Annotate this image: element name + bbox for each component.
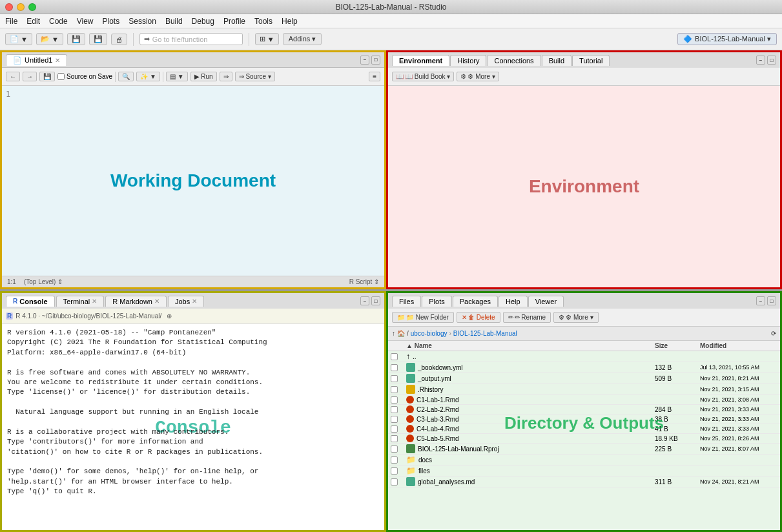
minimize-button[interactable] bbox=[17, 3, 25, 11]
console-content[interactable]: R version 4.1.0 (2021-05-18) -- "Camp Po… bbox=[2, 324, 384, 530]
addins-button[interactable]: Addins ▾ bbox=[283, 33, 322, 45]
row-checkbox[interactable] bbox=[391, 478, 398, 486]
jobs-close-icon[interactable]: ✕ bbox=[192, 298, 197, 305]
file-row-rhistory[interactable]: .Rhistory Nov 21, 2021, 3:15 AM bbox=[388, 384, 780, 395]
row-checkbox[interactable] bbox=[391, 386, 398, 393]
menu-debug[interactable]: Debug bbox=[192, 17, 214, 26]
console-maximize-button[interactable]: □ bbox=[371, 296, 380, 305]
menu-edit[interactable]: Edit bbox=[26, 17, 40, 26]
print-button[interactable]: 🖨 bbox=[111, 34, 127, 45]
file-row-c2[interactable]: C2-Lab-2.Rmd 284 B Nov 21, 2021, 3:33 AM bbox=[388, 405, 780, 414]
file-row-c3[interactable]: C3-Lab-3.Rmd 38 B Nov 21, 2021, 3:33 AM bbox=[388, 414, 780, 424]
files-tab-help[interactable]: Help bbox=[499, 296, 528, 307]
editor-wand-button[interactable]: ✨ ▼ bbox=[136, 72, 160, 81]
project-button[interactable]: 🔷 BIOL-125-Lab-Manual ▾ bbox=[677, 33, 777, 45]
maximize-button[interactable] bbox=[28, 3, 36, 11]
menu-file[interactable]: File bbox=[5, 17, 17, 26]
menu-build[interactable]: Build bbox=[165, 17, 183, 26]
file-row-output[interactable]: _output.yml 509 B Nov 21, 2021, 8:21 AM bbox=[388, 373, 780, 384]
editor-rerun-button[interactable]: ⇒ bbox=[220, 72, 232, 81]
file-row-files[interactable]: 📁 files bbox=[388, 466, 780, 476]
files-tab-packages[interactable]: Packages bbox=[453, 296, 498, 307]
editor-save-button[interactable]: 💾 bbox=[39, 72, 55, 81]
env-tab-environment[interactable]: Environment bbox=[392, 55, 449, 66]
row-checkbox[interactable] bbox=[391, 396, 398, 404]
console-minimize-button[interactable]: − bbox=[360, 296, 369, 305]
row-checkbox[interactable] bbox=[391, 353, 398, 360]
file-row-c5[interactable]: C5-Lab-5.Rmd 18.9 KB Nov 25, 2021, 8:26 … bbox=[388, 434, 780, 444]
rename-button[interactable]: ✏ ✏ Rename bbox=[503, 312, 551, 323]
file-row-c1[interactable]: C1-Lab-1.Rmd Nov 21, 2021, 3:08 AM bbox=[388, 395, 780, 405]
grid-button[interactable]: ⊞ ▼ bbox=[255, 33, 279, 45]
editor-forward-button[interactable]: → bbox=[23, 72, 37, 81]
editor-maximize-button[interactable]: □ bbox=[371, 56, 380, 65]
save-all-button[interactable]: 💾 bbox=[89, 33, 107, 45]
new-file-button[interactable]: 📄 ▼ bbox=[5, 33, 32, 45]
home-icon[interactable]: 🏠 bbox=[397, 330, 405, 337]
env-tab-history[interactable]: History bbox=[450, 55, 486, 66]
build-book-button[interactable]: 📖 📖 Build Book ▾ bbox=[392, 72, 454, 81]
editor-run-button[interactable]: ▶ Run bbox=[190, 72, 217, 81]
editor-options-button[interactable]: ≡ bbox=[369, 72, 380, 81]
editor-chunk-button[interactable]: ▤ ▼ bbox=[166, 72, 188, 81]
new-folder-button[interactable]: 📁 📁 New Folder bbox=[392, 312, 454, 323]
files-tab-viewer[interactable]: Viewer bbox=[528, 296, 564, 307]
console-tab-terminal[interactable]: Terminal ✕ bbox=[56, 296, 105, 307]
files-tab-plots[interactable]: Plots bbox=[422, 296, 451, 307]
editor-tab-untitled1[interactable]: 📄 Untitled1 ✕ bbox=[6, 54, 67, 66]
tab-close-icon[interactable]: ✕ bbox=[55, 57, 60, 64]
env-maximize-button[interactable]: □ bbox=[767, 56, 776, 65]
breadcrumb-refresh-button[interactable]: ⟳ bbox=[771, 330, 776, 337]
up-arrow-button[interactable]: ↑ bbox=[392, 330, 395, 337]
file-row-rproj[interactable]: BIOL-125-Lab-Manual.Rproj 225 B Nov 21, … bbox=[388, 444, 780, 455]
editor-minimize-button[interactable]: − bbox=[360, 56, 369, 65]
env-tab-tutorial[interactable]: Tutorial bbox=[572, 55, 610, 66]
console-tab-rmarkdown[interactable]: R Markdown ✕ bbox=[105, 296, 167, 307]
save-button[interactable]: 💾 bbox=[67, 33, 85, 45]
file-row-bookdown[interactable]: _bookdown.yml 132 B Jul 13, 2021, 10:55 … bbox=[388, 362, 780, 373]
breadcrumb-ubco[interactable]: ubco-biology bbox=[411, 330, 448, 337]
files-minimize-button[interactable]: − bbox=[756, 296, 765, 305]
script-type[interactable]: R Script ⇕ bbox=[349, 278, 379, 285]
row-checkbox[interactable] bbox=[391, 406, 398, 413]
source-on-save-label[interactable]: Source on Save bbox=[57, 73, 112, 80]
source-on-save-checkbox[interactable] bbox=[57, 73, 65, 80]
menu-tools[interactable]: Tools bbox=[254, 17, 273, 26]
rmarkdown-close-icon[interactable]: ✕ bbox=[154, 298, 159, 305]
console-expand-icon[interactable]: ⊕ bbox=[167, 312, 172, 320]
editor-source-button[interactable]: ⇒ Source ▾ bbox=[235, 72, 275, 81]
row-checkbox[interactable] bbox=[391, 364, 398, 371]
files-maximize-button[interactable]: □ bbox=[767, 296, 776, 305]
row-checkbox[interactable] bbox=[391, 456, 398, 464]
file-row-up[interactable]: ↑ .. bbox=[388, 351, 780, 362]
row-checkbox[interactable] bbox=[391, 425, 398, 433]
console-tab-jobs[interactable]: Jobs ✕ bbox=[168, 296, 204, 307]
menu-view[interactable]: View bbox=[77, 17, 94, 26]
header-name[interactable]: ▲ Name bbox=[406, 342, 655, 349]
code-level[interactable]: (Top Level) ⇕ bbox=[24, 278, 63, 285]
row-checkbox[interactable] bbox=[391, 416, 398, 423]
breadcrumb-biol[interactable]: BIOL-125-Lab-Manual bbox=[453, 330, 517, 337]
env-tab-build[interactable]: Build bbox=[542, 55, 571, 66]
env-tab-connections[interactable]: Connections bbox=[487, 55, 540, 66]
editor-search-button[interactable]: 🔍 bbox=[118, 72, 134, 81]
env-more-button[interactable]: ⚙ ⚙ More ▾ bbox=[457, 72, 499, 81]
menu-session[interactable]: Session bbox=[129, 17, 156, 26]
row-checkbox[interactable] bbox=[391, 445, 398, 453]
menu-help[interactable]: Help bbox=[282, 17, 298, 26]
close-button[interactable] bbox=[5, 3, 13, 11]
row-checkbox[interactable] bbox=[391, 435, 398, 442]
goto-box[interactable]: ➡ Go to file/function bbox=[139, 33, 243, 45]
menu-plots[interactable]: Plots bbox=[103, 17, 120, 26]
open-file-button[interactable]: 📂 ▼ bbox=[36, 33, 63, 45]
console-tab-console[interactable]: R Console bbox=[6, 296, 55, 307]
menu-code[interactable]: Code bbox=[49, 17, 68, 26]
terminal-close-icon[interactable]: ✕ bbox=[92, 298, 97, 305]
menu-profile[interactable]: Profile bbox=[223, 17, 245, 26]
files-more-button[interactable]: ⚙ ⚙ More ▾ bbox=[553, 312, 598, 323]
files-tab-files[interactable]: Files bbox=[392, 296, 421, 307]
delete-button[interactable]: ✕ 🗑 Delete bbox=[457, 312, 500, 323]
file-row-global[interactable]: global_analyses.md 311 B Nov 24, 2021, 8… bbox=[388, 476, 780, 487]
file-row-docs[interactable]: 📁 docs bbox=[388, 455, 780, 466]
editor-back-button[interactable]: ← bbox=[6, 72, 20, 81]
